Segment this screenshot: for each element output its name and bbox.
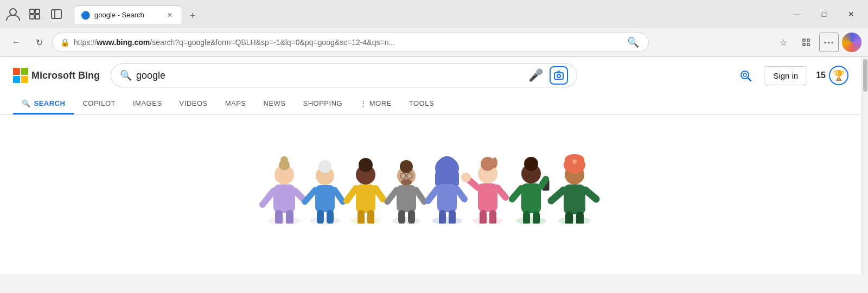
svg-rect-4 [35, 15, 40, 19]
favorites-icon[interactable]: ☆ [774, 33, 793, 52]
svg-rect-3 [30, 15, 34, 19]
more-options-button[interactable]: ··· [819, 33, 839, 52]
svg-point-43 [400, 160, 413, 173]
svg-point-62 [492, 157, 497, 168]
svg-point-12 [268, 216, 301, 224]
page-scrollbar[interactable] [861, 57, 868, 274]
svg-rect-77 [533, 211, 540, 224]
search-input[interactable] [136, 70, 528, 81]
svg-rect-28 [327, 210, 334, 224]
reload-button[interactable]: ↻ [29, 33, 49, 52]
svg-rect-2 [35, 9, 40, 14]
svg-point-65 [461, 173, 471, 182]
back-button[interactable]: ← [7, 33, 26, 52]
svg-rect-36 [367, 210, 374, 224]
svg-rect-44 [397, 185, 416, 212]
profile-icon[interactable] [4, 5, 22, 23]
svg-line-17 [263, 191, 273, 205]
svg-rect-58 [449, 210, 456, 224]
svg-line-66 [497, 188, 506, 198]
camera-search-icon[interactable] [550, 66, 568, 85]
visual-search-button[interactable] [736, 66, 755, 85]
search-box[interactable]: 🔍 🎤 [111, 63, 577, 87]
svg-point-42 [401, 179, 412, 186]
svg-point-31 [359, 158, 373, 172]
trophy-icon[interactable]: 🏆 [829, 66, 848, 85]
search-icon: 🔍 [120, 69, 132, 81]
svg-line-75 [541, 179, 546, 187]
svg-rect-7 [554, 73, 563, 79]
svg-point-52 [438, 156, 456, 171]
minimize-button[interactable]: — [784, 5, 809, 23]
svg-line-45 [387, 190, 397, 202]
svg-rect-86 [565, 212, 573, 224]
svg-line-56 [457, 189, 464, 199]
svg-rect-47 [398, 210, 405, 224]
tab-search[interactable]: 🔍 SEARCH [13, 94, 74, 114]
svg-rect-27 [317, 210, 324, 224]
svg-line-34 [375, 188, 383, 199]
nav-tabs-bar: 🔍 SEARCH COPILOT IMAGES VIDEOS MAPS NEWS… [0, 94, 861, 115]
tab-copilot[interactable]: COPILOT [74, 94, 124, 114]
close-button[interactable]: ✕ [839, 5, 864, 23]
new-tab-button[interactable]: + [184, 8, 201, 24]
sidebar-icon[interactable] [48, 5, 65, 23]
search-tab-icon: 🔍 [22, 99, 31, 107]
maximize-button[interactable]: □ [812, 5, 837, 23]
svg-rect-48 [408, 210, 415, 224]
svg-point-37 [392, 217, 420, 224]
svg-point-49 [432, 217, 462, 224]
search-address-icon[interactable]: 🔍 [626, 35, 641, 50]
svg-line-33 [347, 188, 356, 201]
tab-title: google - Search [94, 11, 160, 19]
svg-rect-87 [576, 212, 584, 224]
tab-tools[interactable]: TOOLS [400, 94, 443, 114]
bing-logo[interactable]: Microsoft Bing [13, 68, 100, 83]
svg-point-29 [350, 217, 381, 224]
scrollbar-thumb[interactable] [863, 59, 867, 92]
tab-maps[interactable]: MAPS [216, 94, 255, 114]
svg-rect-16 [273, 184, 295, 213]
svg-point-0 [10, 9, 16, 15]
svg-line-84 [551, 190, 564, 201]
sign-in-button[interactable]: Sign in [764, 66, 807, 85]
svg-line-46 [416, 190, 424, 202]
svg-rect-68 [489, 210, 496, 224]
tab-shopping[interactable]: SHOPPING [295, 94, 352, 114]
svg-line-85 [585, 190, 596, 199]
svg-rect-76 [523, 211, 530, 224]
address-text[interactable]: https://www.bing.com/search?q=google&for… [74, 38, 621, 47]
tab-favicon: 🔵 [81, 11, 90, 20]
tab-images[interactable]: IMAGES [124, 94, 171, 114]
svg-point-59 [473, 217, 503, 224]
copilot-browser-button[interactable] [842, 33, 861, 52]
svg-line-55 [428, 189, 437, 201]
rewards-badge: 15 🏆 [816, 66, 848, 85]
points-count: 15 [816, 71, 826, 80]
svg-rect-57 [439, 210, 446, 224]
svg-point-23 [318, 160, 331, 173]
active-tab[interactable]: 🔵 google - Search ✕ [74, 5, 182, 24]
svg-point-8 [557, 74, 560, 78]
tab-close-button[interactable]: ✕ [164, 10, 175, 21]
svg-rect-1 [30, 9, 34, 14]
collections-icon[interactable] [796, 33, 816, 52]
svg-point-78 [558, 216, 591, 224]
svg-rect-5 [52, 10, 61, 18]
svg-point-11 [743, 73, 746, 77]
svg-rect-53 [435, 172, 459, 186]
illustration-area [0, 115, 861, 224]
svg-line-26 [335, 190, 343, 202]
svg-point-82 [572, 160, 577, 164]
collection-icon[interactable] [26, 5, 43, 23]
tab-more[interactable]: ⋮ MORE [351, 94, 400, 114]
svg-rect-35 [358, 210, 365, 224]
tab-videos[interactable]: VIDEOS [171, 94, 216, 114]
lock-icon: 🔒 [60, 38, 69, 47]
bing-logo-text: Microsoft Bing [31, 70, 100, 81]
svg-point-21 [310, 217, 340, 224]
svg-point-71 [524, 157, 538, 171]
microphone-icon[interactable]: 🎤 [528, 68, 543, 82]
tab-news[interactable]: NEWS [255, 94, 295, 114]
svg-rect-67 [480, 210, 487, 224]
